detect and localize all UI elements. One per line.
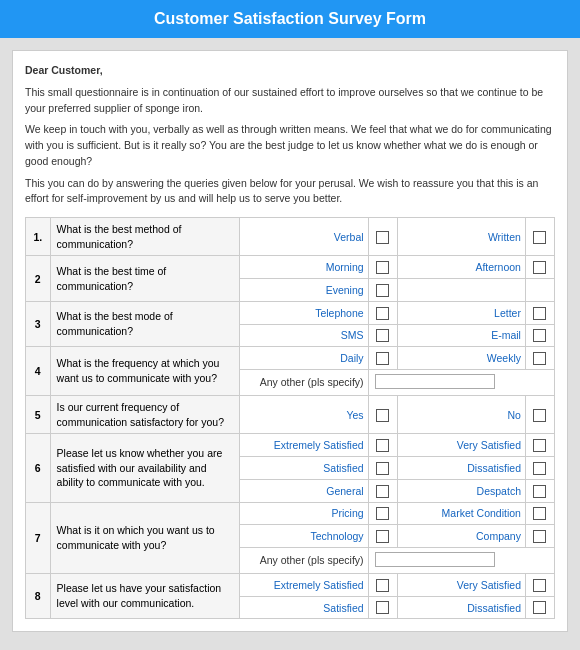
option-right-5-1: No (397, 395, 525, 433)
checkbox-right-1-1[interactable] (525, 218, 554, 256)
option-right-7-2: Company (397, 525, 525, 548)
checkbox-right-5-1[interactable] (525, 395, 554, 433)
option-right-6-3: Despatch (397, 479, 525, 502)
checkbox-right-6-2[interactable] (525, 457, 554, 480)
question-text-5: Is our current frequency of communicatio… (50, 395, 240, 433)
question-num-5: 5 (26, 395, 51, 433)
checkbox-right-2-1[interactable] (525, 256, 554, 279)
checkbox-left-7-2[interactable] (368, 525, 397, 548)
option-right-2-2 (397, 279, 525, 302)
checkbox-right-7-2[interactable] (525, 525, 554, 548)
question-num-4: 4 (26, 347, 51, 396)
checkbox-left-4-1[interactable] (368, 347, 397, 370)
checkbox-left-6-3[interactable] (368, 479, 397, 502)
checkbox-right-7-1[interactable] (525, 502, 554, 525)
option-left-2-1: Morning (240, 256, 368, 279)
option-right-6-2: Dissatisfied (397, 457, 525, 480)
option-left-5-1: Yes (240, 395, 368, 433)
intro-p3: This you can do by answering the queries… (25, 176, 555, 208)
question-text-3: What is the best mode of communication? (50, 301, 240, 346)
checkbox-left-3-1[interactable] (368, 301, 397, 324)
question-num-3: 3 (26, 301, 51, 346)
checkbox-left-8-1[interactable] (368, 573, 397, 596)
checkbox-right-8-2[interactable] (525, 596, 554, 619)
option-right-3-2: E-mail (397, 324, 525, 347)
question-num-7: 7 (26, 502, 51, 573)
checkbox-left-2-1[interactable] (368, 256, 397, 279)
question-text-6: Please let us know whether you are satis… (50, 434, 240, 502)
checkbox-left-3-2[interactable] (368, 324, 397, 347)
checkbox-left-5-1[interactable] (368, 395, 397, 433)
question-num-2: 2 (26, 256, 51, 301)
specify-input-4[interactable] (368, 369, 554, 395)
question-text-7: What is it on which you want us to commu… (50, 502, 240, 573)
header-title: Customer Satisfaction Survey Form (154, 10, 426, 27)
option-left-7-3: Any other (pls specify) (240, 547, 368, 573)
option-left-2-2: Evening (240, 279, 368, 302)
checkbox-right-6-3[interactable] (525, 479, 554, 502)
question-text-1: What is the best method of communication… (50, 218, 240, 256)
checkbox-right-3-1[interactable] (525, 301, 554, 324)
intro-p2: We keep in touch with you, verbally as w… (25, 122, 555, 169)
form-content: Dear Customer, This small questionnaire … (12, 50, 568, 632)
option-right-2-1: Afternoon (397, 256, 525, 279)
question-text-4: What is the frequency at which you want … (50, 347, 240, 396)
option-left-7-1: Pricing (240, 502, 368, 525)
option-left-3-2: SMS (240, 324, 368, 347)
option-left-7-2: Technology (240, 525, 368, 548)
checkbox-left-6-1[interactable] (368, 434, 397, 457)
option-right-8-1: Very Satisfied (397, 573, 525, 596)
checkbox-left-1-1[interactable] (368, 218, 397, 256)
page-header: Customer Satisfaction Survey Form (0, 0, 580, 38)
question-num-8: 8 (26, 573, 51, 618)
intro-dear: Dear Customer, (25, 63, 555, 79)
question-num-1: 1. (26, 218, 51, 256)
checkbox-right-4-1[interactable] (525, 347, 554, 370)
option-left-1-1: Verbal (240, 218, 368, 256)
intro-p1: This small questionnaire is in continuat… (25, 85, 555, 117)
checkbox-left-2-2[interactable] (368, 279, 397, 302)
checkbox-right-6-1[interactable] (525, 434, 554, 457)
question-text-8: Please let us have your satisfaction lev… (50, 573, 240, 618)
question-num-6: 6 (26, 434, 51, 502)
option-right-8-2: Dissatisfied (397, 596, 525, 619)
option-right-3-1: Letter (397, 301, 525, 324)
option-right-6-1: Very Satisfied (397, 434, 525, 457)
specify-input-7[interactable] (368, 547, 554, 573)
checkbox-right-8-1[interactable] (525, 573, 554, 596)
checkbox-left-6-2[interactable] (368, 457, 397, 480)
option-left-4-1: Daily (240, 347, 368, 370)
checkbox-left-8-2[interactable] (368, 596, 397, 619)
option-right-1-1: Written (397, 218, 525, 256)
checkbox-right-3-2[interactable] (525, 324, 554, 347)
option-left-8-2: Satisfied (240, 596, 368, 619)
checkbox-right-2-2[interactable] (525, 279, 554, 302)
intro-section: Dear Customer, This small questionnaire … (25, 63, 555, 207)
option-left-4-2: Any other (pls specify) (240, 369, 368, 395)
option-right-4-1: Weekly (397, 347, 525, 370)
option-left-6-1: Extremely Satisfied (240, 434, 368, 457)
checkbox-left-7-1[interactable] (368, 502, 397, 525)
option-right-7-1: Market Condition (397, 502, 525, 525)
survey-table: 1.What is the best method of communicati… (25, 217, 555, 619)
option-left-6-3: General (240, 479, 368, 502)
option-left-6-2: Satisfied (240, 457, 368, 480)
question-text-2: What is the best time of communication? (50, 256, 240, 301)
option-left-3-1: Telephone (240, 301, 368, 324)
option-left-8-1: Extremely Satisfied (240, 573, 368, 596)
